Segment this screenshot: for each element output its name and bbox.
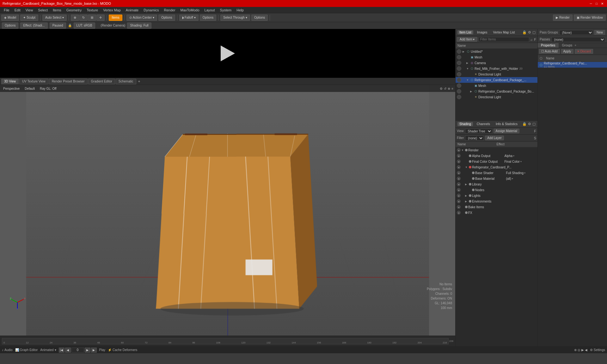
- visibility-toggle[interactable]: [457, 49, 461, 54]
- shader-item[interactable]: ● ▼ Refrigerator_Cardboard_P...: [456, 164, 537, 170]
- close-button[interactable]: ✕: [600, 1, 604, 6]
- shader-item[interactable]: ● Nodes: [456, 187, 537, 193]
- graph-editor-btn[interactable]: 📊 Graph Editor: [15, 348, 38, 352]
- go-to-start-button[interactable]: |◀: [59, 348, 64, 353]
- shading-f-label[interactable]: F: [534, 129, 536, 133]
- auto-select-btn[interactable]: Auto Select ▾: [42, 15, 67, 21]
- tab-shading[interactable]: Shading: [457, 122, 473, 126]
- tab-3d-view[interactable]: 3D View: [1, 79, 19, 84]
- viewport-3d[interactable]: Perspective Default Ray GL: Off ⚙ ↺ ⊕ ≡: [0, 85, 455, 336]
- shader-tree-select[interactable]: Shader Tree: [465, 129, 492, 134]
- list-item[interactable]: ☀ Directional Light: [456, 71, 537, 77]
- options-btn-3[interactable]: Options: [251, 15, 268, 21]
- viewport-settings-icon[interactable]: ⚙: [440, 87, 443, 90]
- add-view-tab-button[interactable]: +: [137, 79, 142, 84]
- menu-view[interactable]: View: [23, 7, 36, 13]
- menu-select[interactable]: Select: [35, 7, 50, 13]
- shader-vis-toggle[interactable]: ●: [457, 205, 461, 209]
- group-item[interactable]: ⬡ Refrigerator_Cardboard_Pac... 11 Items: [538, 62, 607, 68]
- perspective-label[interactable]: Perspective: [2, 87, 21, 91]
- shader-item[interactable]: ● ▶ Lights: [456, 193, 537, 198]
- play-preview-button[interactable]: [220, 46, 236, 61]
- shading-settings-icon[interactable]: ⚙: [528, 122, 531, 126]
- filter-select[interactable]: (none): [465, 136, 484, 141]
- transform-btn[interactable]: ⊕: [71, 15, 79, 21]
- menu-system[interactable]: System: [218, 7, 234, 13]
- shader-vis-toggle[interactable]: ●: [457, 171, 461, 175]
- visibility-toggle[interactable]: [457, 66, 461, 71]
- status-icon-2[interactable]: ◎: [578, 348, 580, 352]
- menu-texture[interactable]: Texture: [84, 7, 101, 13]
- list-item[interactable]: ▼ ⬡ Refrigerator_Cardboard_Package_...: [456, 77, 537, 83]
- lut-btn[interactable]: LUT: sRGB: [74, 22, 95, 29]
- viewport-camera-icon[interactable]: ↺: [444, 87, 446, 90]
- filter-s-label[interactable]: S: [534, 136, 536, 140]
- status-icon-4[interactable]: ◀: [585, 348, 587, 352]
- shader-item[interactable]: ● Bake Items: [456, 204, 537, 210]
- shader-item[interactable]: ● Base Material (all) ▾: [456, 176, 537, 181]
- expand-arrow[interactable]: ▼: [466, 67, 469, 70]
- menu-geometry[interactable]: Geometry: [64, 7, 84, 13]
- shader-item[interactable]: ● Final Color Output Final Color ▾: [456, 159, 537, 164]
- shader-item[interactable]: ● ▼ Render: [456, 147, 537, 153]
- prev-frame-button[interactable]: ◀: [65, 348, 71, 353]
- status-icons[interactable]: ⊕ ◎ ▶ ◀: [574, 348, 587, 352]
- expand-arrow[interactable]: ▼: [461, 149, 464, 152]
- move-btn[interactable]: ✛: [96, 15, 105, 21]
- shader-item[interactable]: ● ▶ Environments: [456, 198, 537, 204]
- panel-maximize-icon[interactable]: ▢: [532, 30, 536, 34]
- menu-help[interactable]: Help: [234, 7, 246, 13]
- cache-deformers-btn[interactable]: ⚡ Cache Deformers: [108, 348, 137, 352]
- tab-item-list[interactable]: Item List: [457, 30, 473, 34]
- list-item[interactable]: ▶ ⬡ Untitled*: [456, 49, 537, 54]
- visibility-toggle[interactable]: [457, 55, 461, 59]
- tab-render-preset[interactable]: Render Preset Browser: [49, 79, 88, 84]
- tab-channels[interactable]: Channels: [475, 122, 492, 126]
- shading-btn[interactable]: Shading: Full: [127, 22, 151, 29]
- play-button-transport[interactable]: ▶: [91, 348, 97, 353]
- shading-maximize-icon[interactable]: ▢: [532, 122, 536, 126]
- menu-animate[interactable]: Animate: [123, 7, 141, 13]
- minimize-button[interactable]: ─: [589, 1, 593, 6]
- menu-vertex-map[interactable]: Vertex Map: [101, 7, 123, 13]
- audio-btn[interactable]: ♪ Audio: [2, 348, 13, 352]
- visibility-toggle[interactable]: [457, 95, 461, 99]
- effect-btn[interactable]: Effect: (Shadi...: [20, 22, 47, 29]
- tab-images[interactable]: Images: [475, 30, 489, 34]
- default-label[interactable]: Default: [23, 87, 36, 91]
- list-item[interactable]: ▶ ⬡ Refrigerator_Cardboard_Package_Bo...: [456, 88, 537, 94]
- filter-icon[interactable]: ⌕: [530, 38, 533, 41]
- status-icon-3[interactable]: ▶: [581, 348, 584, 352]
- menu-items[interactable]: Items: [50, 7, 64, 13]
- new-pass-group-button[interactable]: New: [594, 30, 605, 35]
- ray-gl-label[interactable]: Ray GL: Off: [39, 87, 58, 91]
- add-group-icon[interactable]: +: [574, 44, 576, 47]
- visibility-toggle[interactable]: [457, 72, 461, 76]
- render-btn[interactable]: ▶ Render: [553, 15, 573, 21]
- shader-item[interactable]: ● ▶ Library: [456, 181, 537, 187]
- menu-file[interactable]: File: [1, 7, 12, 13]
- shader-vis-toggle[interactable]: ●: [457, 165, 461, 169]
- shader-vis-toggle[interactable]: ●: [457, 182, 461, 186]
- shader-vis-toggle[interactable]: ●: [457, 199, 461, 203]
- items-btn[interactable]: Items: [109, 15, 122, 21]
- menu-edit[interactable]: Edit: [12, 7, 23, 13]
- menu-render[interactable]: Render: [162, 7, 178, 13]
- current-frame-input[interactable]: [71, 348, 84, 353]
- shading-lock-icon[interactable]: 🔒: [522, 122, 527, 126]
- tab-gradient-editor[interactable]: Gradient Editor: [88, 79, 115, 84]
- tab-vertex-map-list[interactable]: Vertex Map List: [491, 30, 517, 34]
- mode-model-btn[interactable]: ◈ Model: [1, 15, 19, 21]
- list-item[interactable]: ☀ Directional Light: [456, 94, 537, 100]
- visibility-toggle[interactable]: [457, 83, 461, 88]
- add-item-button[interactable]: Add Item ▾: [457, 37, 477, 42]
- discard-button[interactable]: ✕ Discard: [575, 49, 593, 54]
- animated-btn[interactable]: Animated ▾: [40, 348, 56, 352]
- filter-settings-icon[interactable]: F: [534, 38, 536, 41]
- list-item[interactable]: ▼ ⬡ Red_Milk_Frother_with_Holder 20: [456, 66, 537, 71]
- visibility-toggle[interactable]: [457, 61, 461, 65]
- visibility-toggle[interactable]: [457, 78, 461, 82]
- shader-item[interactable]: ● FX: [456, 210, 537, 215]
- list-item[interactable]: ▶ ◎ Camera: [456, 60, 537, 66]
- apply-button[interactable]: Apply: [561, 49, 573, 54]
